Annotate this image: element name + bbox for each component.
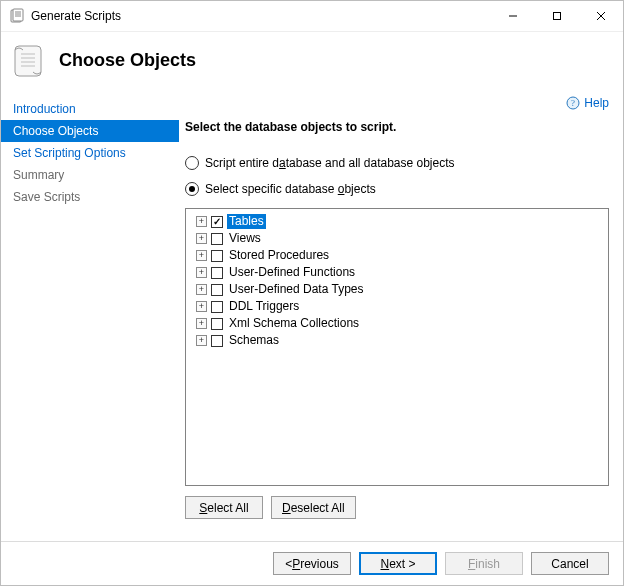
- nav-introduction[interactable]: Introduction: [1, 98, 179, 120]
- tree-item-schemas[interactable]: + Schemas: [196, 332, 604, 349]
- select-all-button[interactable]: Select All: [185, 496, 263, 519]
- radio-icon: [185, 182, 199, 196]
- expand-icon[interactable]: +: [196, 301, 207, 312]
- finish-button: Finish: [445, 552, 523, 575]
- deselect-all-button[interactable]: Deselect All: [271, 496, 356, 519]
- tree-item-udf[interactable]: + User-Defined Functions: [196, 264, 604, 281]
- svg-rect-1: [13, 9, 23, 21]
- tree-item-udt[interactable]: + User-Defined Data Types: [196, 281, 604, 298]
- nav-choose-objects[interactable]: Choose Objects: [1, 120, 179, 142]
- tree-item-ddl-triggers[interactable]: + DDL Triggers: [196, 298, 604, 315]
- generate-scripts-dialog: Generate Scripts Choose Objects: [0, 0, 624, 586]
- checkbox[interactable]: [211, 301, 223, 313]
- help-link[interactable]: ? Help: [566, 96, 609, 110]
- tree-label: User-Defined Data Types: [227, 282, 366, 297]
- maximize-button[interactable]: [535, 1, 579, 31]
- minimize-button[interactable]: [491, 1, 535, 31]
- tree-label: Tables: [227, 214, 266, 229]
- cancel-button[interactable]: Cancel: [531, 552, 609, 575]
- tree-label: Stored Procedures: [227, 248, 331, 263]
- tree-label: Xml Schema Collections: [227, 316, 361, 331]
- page-title: Choose Objects: [59, 50, 196, 71]
- tree-item-views[interactable]: + Views: [196, 230, 604, 247]
- checkbox[interactable]: [211, 216, 223, 228]
- checkbox[interactable]: [211, 233, 223, 245]
- scroll-icon: [9, 40, 49, 80]
- previous-button[interactable]: < Previous: [273, 552, 351, 575]
- expand-icon[interactable]: +: [196, 233, 207, 244]
- radio-icon: [185, 156, 199, 170]
- checkbox[interactable]: [211, 335, 223, 347]
- page-header: Choose Objects: [1, 32, 623, 94]
- nav-set-scripting-options[interactable]: Set Scripting Options: [1, 142, 179, 164]
- expand-icon[interactable]: +: [196, 250, 207, 261]
- tree-label: Schemas: [227, 333, 281, 348]
- expand-icon[interactable]: +: [196, 318, 207, 329]
- objects-tree[interactable]: + Tables + Views + Stored Procedures +: [185, 208, 609, 486]
- svg-rect-6: [554, 13, 561, 20]
- radio-label: Script entire database and all database …: [205, 156, 455, 170]
- tree-item-tables[interactable]: + Tables: [196, 213, 604, 230]
- checkbox[interactable]: [211, 284, 223, 296]
- wizard-footer: < Previous Next > Finish Cancel: [1, 541, 623, 585]
- app-icon: [9, 8, 25, 24]
- checkbox[interactable]: [211, 250, 223, 262]
- help-icon: ?: [566, 96, 580, 110]
- wizard-nav: Introduction Choose Objects Set Scriptin…: [1, 94, 179, 541]
- window-title: Generate Scripts: [31, 9, 121, 23]
- checkbox[interactable]: [211, 318, 223, 330]
- nav-save-scripts: Save Scripts: [1, 186, 179, 208]
- dialog-body: Introduction Choose Objects Set Scriptin…: [1, 94, 623, 541]
- radio-label: Select specific database objects: [205, 182, 376, 196]
- tree-label: DDL Triggers: [227, 299, 301, 314]
- tree-item-xml-schema[interactable]: + Xml Schema Collections: [196, 315, 604, 332]
- svg-text:?: ?: [571, 98, 575, 108]
- expand-icon[interactable]: +: [196, 335, 207, 346]
- tree-label: Views: [227, 231, 263, 246]
- radio-select-specific[interactable]: Select specific database objects: [185, 182, 609, 196]
- close-button[interactable]: [579, 1, 623, 31]
- tree-item-stored-procedures[interactable]: + Stored Procedures: [196, 247, 604, 264]
- main-panel: ? Help Select the database objects to sc…: [179, 94, 623, 541]
- titlebar: Generate Scripts: [1, 1, 623, 32]
- section-title: Select the database objects to script.: [185, 120, 609, 134]
- expand-icon[interactable]: +: [196, 284, 207, 295]
- nav-summary: Summary: [1, 164, 179, 186]
- expand-icon[interactable]: +: [196, 216, 207, 227]
- tree-label: User-Defined Functions: [227, 265, 357, 280]
- radio-script-entire[interactable]: Script entire database and all database …: [185, 156, 609, 170]
- checkbox[interactable]: [211, 267, 223, 279]
- help-label: Help: [584, 96, 609, 110]
- next-button[interactable]: Next >: [359, 552, 437, 575]
- expand-icon[interactable]: +: [196, 267, 207, 278]
